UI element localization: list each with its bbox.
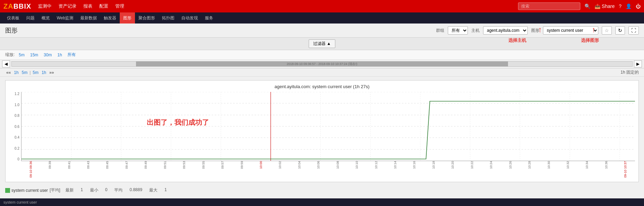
y-label-0.6: 0.6 [9, 125, 19, 129]
annotation-arrow-graph: ↑ [592, 25, 596, 34]
x-label-0957: 09:57 [221, 161, 224, 169]
x-label-0959: 09:59 [240, 161, 244, 169]
top-nav: ZABBIX 监测中 资产记录 报表 配置 管理 🔍 📤 Share ? 👤 ⏻ [0, 0, 644, 12]
time-slider[interactable]: 2018-09-10 09:36:57 - 2018-09-10 10:37:2… [11, 61, 633, 67]
time-nav-bar: «« 1h 5m | 5m 1h »» 1h 固定的 [0, 68, 644, 77]
x-label-1024: 10:24 [489, 161, 493, 169]
legend-avg-value: 0.8889 [129, 187, 142, 193]
user-icon[interactable]: 👤 [626, 3, 632, 9]
x-label-start: 09-10 09:36 [29, 161, 33, 178]
y-label-0.8: 0.8 [9, 114, 19, 118]
x-axis: 09-10 09:36 09:39 09:41 09:43 09:45 09:4… [21, 161, 635, 178]
subnav-discovery[interactable]: 自动发现 [178, 12, 201, 24]
share-icon[interactable]: 📤 Share [595, 3, 615, 9]
subnav-triggers[interactable]: 触发器 [100, 12, 120, 24]
subnav-services[interactable]: 服务 [201, 12, 217, 24]
y-label-0: 0 [9, 157, 19, 161]
subnav-latest[interactable]: 最新数据 [77, 12, 100, 24]
host-label: 主机 [471, 28, 480, 34]
fullscreen-button[interactable]: ⛶ [628, 26, 639, 35]
nav-admin[interactable]: 管理 [115, 3, 124, 9]
annotation-arrow-host: ↑ [538, 25, 542, 34]
x-label-1016: 10:16 [412, 161, 416, 169]
header-controls: 群组 所有 主机 agent.ayitula.com 图形 system cur… [436, 26, 639, 35]
legend-latest-label: 最新 [65, 187, 74, 193]
annotation-select-host: 选择主机 [508, 37, 526, 44]
search-icon[interactable]: 🔍 [584, 3, 590, 9]
page-header: 图形 群组 所有 主机 agent.ayitula.com 图形 system … [0, 24, 644, 37]
subnav-graphs[interactable]: 图形 [120, 12, 135, 24]
subnav-web[interactable]: Web监测 [53, 12, 77, 24]
legend-name: system current user [11, 188, 48, 193]
nav-prev-prev[interactable]: «« [5, 70, 12, 75]
nav-reports[interactable]: 报表 [83, 3, 92, 9]
zoom-5m[interactable]: 5m [17, 52, 26, 58]
zoom-label: 缩放: [5, 52, 15, 58]
x-label-1034: 10:34 [585, 161, 589, 169]
filter-bar: 过滤器 ▲ [0, 37, 644, 50]
zoom-1h[interactable]: 1h [56, 52, 63, 58]
nav-next-next[interactable]: »» [48, 70, 55, 75]
nav-next-5m[interactable]: 5m [32, 70, 40, 75]
x-label-1006: 10:06 [317, 161, 320, 169]
y-axis: 1.2 1.0 0.8 0.6 0.4 0.2 0 [9, 92, 21, 161]
subnav-topology[interactable]: 拓扑图 [158, 12, 178, 24]
chart-svg [21, 92, 635, 161]
chart-container: agent.ayitula.com: system current user (… [5, 80, 639, 182]
chart-title: agent.ayitula.com: system current user (… [9, 84, 635, 89]
search-input[interactable] [518, 2, 580, 10]
x-label-1010: 10:10 [355, 161, 359, 169]
legend-avg-label2: 平均 [114, 187, 123, 193]
nav-prev-1h[interactable]: 1h [13, 70, 19, 75]
subnav-screens[interactable]: 聚合图形 [135, 12, 158, 24]
host-select[interactable]: agent.ayitula.com [483, 26, 528, 35]
zoom-15m[interactable]: 15m [29, 52, 39, 58]
nav-prev-arrow[interactable]: ◀ [2, 60, 10, 67]
y-label-1.0: 1.0 [9, 103, 19, 107]
chart-wrapper: 1.2 1.0 0.8 0.6 0.4 0.2 0 [9, 92, 635, 161]
filter-button[interactable]: 过滤器 ▲ [309, 39, 335, 48]
star-button[interactable]: ☆ [602, 26, 612, 35]
x-label-1026: 10:26 [509, 161, 512, 169]
nav-next-1h[interactable]: 1h [40, 70, 47, 75]
zoom-30m[interactable]: 30m [42, 52, 53, 58]
time-range-bar: ◀ 2018-09-10 09:36:57 - 2018-09-10 10:37… [0, 60, 644, 68]
legend-item: system current user [平均] [5, 187, 60, 193]
legend-min-value: 0 [105, 187, 108, 193]
refresh-button[interactable]: ↻ [615, 26, 625, 35]
nav-prev-5m[interactable]: 5m [21, 70, 29, 75]
subnav-dashboard[interactable]: 仪表板 [3, 12, 23, 24]
subnav-overview[interactable]: 概览 [38, 12, 53, 24]
legend-latest-value: 1 [81, 187, 83, 193]
nav-next-arrow[interactable]: ▶ [634, 60, 642, 67]
page-title: 图形 [5, 26, 18, 35]
nav-assets[interactable]: 资产记录 [58, 3, 76, 9]
nav-monitoring[interactable]: 监测中 [38, 3, 52, 9]
subnav-problems[interactable]: 问题 [23, 12, 38, 24]
legend-max-label: 最大 [149, 187, 157, 193]
top-nav-menu: 监测中 资产记录 报表 配置 管理 [38, 3, 124, 9]
x-label-end: 09-10 10:37 [624, 161, 627, 178]
x-label-1028: 10:28 [528, 161, 531, 169]
time-range-display: 2018-09-10 09:36:57 - 2018-09-10 10:37:2… [287, 62, 357, 66]
legend: system current user [平均] 最新 1 最小 0 平均 0.… [0, 186, 644, 195]
legend-stats: 最新 1 最小 0 平均 0.8889 最大 1 [65, 187, 167, 193]
x-label-1030: 10:30 [547, 161, 551, 169]
group-label: 群组 [436, 28, 444, 34]
x-label-1014: 10:14 [393, 161, 397, 169]
x-label-1036: 10:36 [605, 161, 608, 169]
chart-area [21, 92, 635, 161]
nav-config[interactable]: 配置 [99, 3, 108, 9]
x-label-1020: 10:20 [451, 161, 454, 169]
y-label-1.2: 1.2 [9, 92, 19, 96]
logo[interactable]: ZABBIX [3, 2, 31, 10]
x-label-0945: 09:45 [106, 161, 109, 169]
group-select[interactable]: 所有 [448, 26, 468, 35]
legend-color [5, 188, 10, 193]
y-label-0.4: 0.4 [9, 135, 19, 139]
logout-icon[interactable]: ⏻ [636, 3, 641, 9]
x-label-0953: 09:53 [182, 161, 186, 169]
help-icon[interactable]: ? [619, 3, 622, 9]
graph-select[interactable]: system current user [543, 26, 598, 35]
zoom-all[interactable]: 所有 [66, 52, 77, 58]
